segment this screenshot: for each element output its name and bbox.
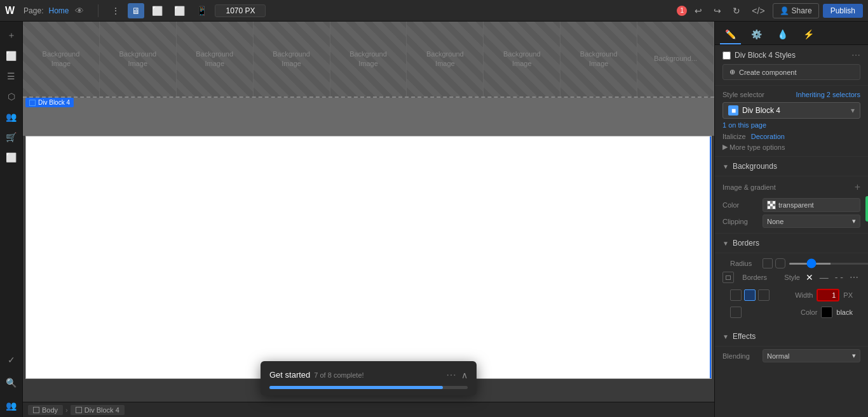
- sidebar-apps-icon[interactable]: ⬜: [3, 149, 20, 166]
- breadcrumb-divblock-label: Div Block 4: [85, 406, 119, 414]
- clipping-label: Clipping: [722, 218, 757, 225]
- tab-settings[interactable]: ⚙️: [746, 25, 767, 44]
- width-input[interactable]: 1: [817, 289, 839, 301]
- sidebar-check-icon[interactable]: ✓: [3, 351, 20, 369]
- backgrounds-header[interactable]: ▼ Backgrounds: [715, 157, 868, 176]
- right-panel: ✏️ ⚙️ 💧 ⚡ Div Block 4 Styles ⋯ ⊕ Create …: [714, 22, 868, 417]
- width-box-icons: [730, 289, 770, 301]
- add-background-icon[interactable]: +: [855, 182, 860, 193]
- inherit-selectors-label[interactable]: Inheriting 2 selectors: [796, 91, 861, 98]
- more-options-icon[interactable]: ⋮: [107, 3, 124, 18]
- border-right-icon[interactable]: [758, 289, 770, 301]
- border-left-icon[interactable]: [730, 289, 742, 301]
- border-none-icon[interactable]: ✕: [804, 271, 815, 284]
- get-started-collapse-icon[interactable]: ∧: [461, 370, 468, 380]
- breadcrumb-divblock[interactable]: Div Block 4: [71, 405, 125, 415]
- blending-label: Blending: [722, 352, 757, 360]
- get-started-progress-label: 7 of 8 complete!: [314, 371, 363, 379]
- decoration-option[interactable]: Decoration: [751, 133, 785, 140]
- sidebar-cms-icon[interactable]: 👥: [3, 108, 20, 126]
- border-dashed-icon[interactable]: - -: [833, 271, 845, 284]
- blending-dropdown[interactable]: Normal ▾: [763, 349, 860, 362]
- border-color-row: Color black: [722, 305, 860, 322]
- tab-style[interactable]: ✏️: [720, 25, 741, 44]
- right-panel-tabs: ✏️ ⚙️ 💧 ⚡: [715, 22, 868, 45]
- code-icon[interactable]: </>: [748, 3, 768, 18]
- blue-right-line: [710, 136, 711, 378]
- breadcrumb: Body › Div Block 4: [23, 402, 714, 417]
- backgrounds-content: Image & gradient + Color transparent Cli…: [715, 176, 868, 234]
- tab-fill[interactable]: 💧: [772, 25, 793, 44]
- sidebar-ecommerce-icon[interactable]: 🛒: [3, 128, 20, 146]
- radius-slider[interactable]: [789, 263, 868, 265]
- share-button[interactable]: 👤 Share: [773, 3, 819, 18]
- canvas-area[interactable]: BackgroundImage BackgroundImage Backgrou…: [23, 22, 714, 417]
- border-dotted-icon[interactable]: ⋯: [848, 271, 860, 284]
- radius-icons: [763, 258, 785, 268]
- width-unit: PX: [843, 291, 853, 299]
- clipping-row: Clipping None ▾: [722, 215, 860, 228]
- publish-button[interactable]: Publish: [823, 4, 863, 18]
- body-icon: [33, 407, 39, 413]
- desktop-view-icon[interactable]: 🖥: [128, 3, 144, 18]
- borders-title: Borders: [733, 239, 860, 248]
- green-side-tab[interactable]: [865, 196, 868, 222]
- sidebar-add-icon[interactable]: ＋: [3, 27, 20, 44]
- left-sidebar: ＋ ⬜ ☰ ⬡ 👥 🛒 ⬜ ✓ 🔍 👥: [0, 22, 23, 417]
- border-color-label: Color: [745, 308, 817, 316]
- separator: [98, 4, 98, 17]
- element-options-icon[interactable]: ⋯: [851, 50, 860, 60]
- clipping-dropdown[interactable]: None ▾: [763, 215, 860, 228]
- clipping-arrow-icon: ▾: [852, 217, 856, 225]
- blending-row: Blending Normal ▾: [722, 349, 860, 362]
- radius-circle-icon[interactable]: [775, 258, 785, 268]
- create-icon: ⊕: [729, 68, 735, 76]
- borders-header[interactable]: ▼ Borders: [715, 234, 868, 253]
- more-type-label: More type options: [729, 143, 785, 151]
- tablet-view-icon[interactable]: ⬜: [148, 3, 166, 18]
- selector-box[interactable]: ◼ Div Block 4 ▾: [722, 102, 860, 119]
- sidebar-account-icon[interactable]: 👥: [3, 397, 20, 414]
- radius-corner-icon[interactable]: [763, 258, 773, 268]
- blending-value: Normal: [767, 352, 789, 360]
- sync-icon[interactable]: ↻: [729, 3, 744, 18]
- italicize-option[interactable]: Italicize: [722, 133, 746, 140]
- borders-content: Radius 12 PX □ Borders Style ✕ — - - ⋯: [715, 253, 868, 327]
- effects-header[interactable]: ▼ Effects: [715, 327, 868, 347]
- get-started-popup: Get started 7 of 8 complete! ⋯ ∧: [261, 361, 477, 395]
- tablet-small-icon[interactable]: ⬜: [170, 3, 189, 18]
- preview-icon[interactable]: 👁: [75, 6, 84, 16]
- create-component-label: Create component: [739, 69, 797, 76]
- tab-interactions[interactable]: ⚡: [798, 25, 819, 44]
- color-value-box[interactable]: transparent: [763, 198, 860, 212]
- undo-icon[interactable]: ↩: [691, 3, 706, 18]
- get-started-progress-bar-bg: [269, 386, 468, 389]
- page-name[interactable]: Home: [48, 6, 69, 15]
- notification-badge: 1: [677, 6, 687, 16]
- share-icon: 👤: [780, 6, 789, 15]
- sidebar-search-icon[interactable]: 🔍: [3, 374, 20, 392]
- sidebar-layers-icon[interactable]: ☰: [3, 67, 20, 85]
- border-color-swatch[interactable]: [821, 307, 832, 318]
- backgrounds-title: Backgrounds: [733, 162, 860, 171]
- border-color-left-icon[interactable]: [730, 307, 742, 318]
- style-sublabel: Style: [771, 274, 800, 281]
- element-checkbox[interactable]: [722, 51, 731, 60]
- white-content-block[interactable]: [25, 136, 712, 379]
- border-color-box-icons: [730, 307, 742, 318]
- redo-icon[interactable]: ↪: [710, 3, 725, 18]
- sidebar-assets-icon[interactable]: ⬡: [3, 88, 20, 105]
- color-row: Color transparent: [722, 198, 860, 212]
- more-type-options[interactable]: ▶ More type options: [722, 143, 860, 151]
- border-full-icon[interactable]: □: [722, 272, 734, 283]
- bg-item-4: BackgroundImage: [254, 22, 330, 96]
- get-started-dots-icon[interactable]: ⋯: [446, 369, 456, 381]
- mobile-view-icon[interactable]: 📱: [193, 3, 211, 18]
- border-solid-icon[interactable]: —: [818, 271, 831, 284]
- sidebar-elements-icon[interactable]: ⬜: [3, 47, 20, 65]
- breadcrumb-body[interactable]: Body: [28, 405, 63, 415]
- create-component-button[interactable]: ⊕ Create component: [722, 64, 860, 80]
- background-strip: BackgroundImage BackgroundImage Backgrou…: [23, 22, 714, 98]
- div-block-label[interactable]: Div Block 4: [25, 98, 74, 107]
- border-center-icon[interactable]: [744, 289, 756, 301]
